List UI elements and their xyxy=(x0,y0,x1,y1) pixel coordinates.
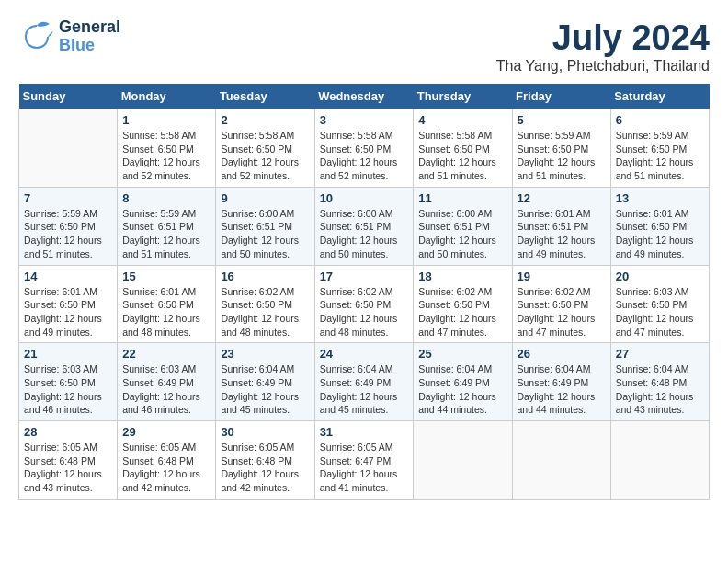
table-row: 30Sunrise: 6:05 AM Sunset: 6:48 PM Dayli… xyxy=(216,421,314,500)
day-info: Sunrise: 5:59 AM Sunset: 6:51 PM Dayligh… xyxy=(122,207,210,261)
col-thursday: Thursday xyxy=(414,84,512,109)
table-row: 24Sunrise: 6:04 AM Sunset: 6:49 PM Dayli… xyxy=(314,343,414,421)
day-number: 28 xyxy=(24,425,112,439)
table-row: 14Sunrise: 6:01 AM Sunset: 6:50 PM Dayli… xyxy=(19,265,118,343)
day-info: Sunrise: 6:05 AM Sunset: 6:48 PM Dayligh… xyxy=(122,441,210,495)
day-info: Sunrise: 6:00 AM Sunset: 6:51 PM Dayligh… xyxy=(418,207,506,261)
col-sunday: Sunday xyxy=(19,84,118,109)
day-info: Sunrise: 6:01 AM Sunset: 6:50 PM Dayligh… xyxy=(616,207,704,261)
table-row: 5Sunrise: 5:59 AM Sunset: 6:50 PM Daylig… xyxy=(512,109,610,188)
day-number: 25 xyxy=(418,347,506,361)
table-row: 23Sunrise: 6:04 AM Sunset: 6:49 PM Dayli… xyxy=(216,343,314,421)
day-number: 24 xyxy=(320,347,409,361)
table-row xyxy=(512,421,610,500)
day-info: Sunrise: 6:01 AM Sunset: 6:50 PM Dayligh… xyxy=(122,285,210,339)
day-number: 27 xyxy=(616,347,704,361)
day-info: Sunrise: 6:04 AM Sunset: 6:48 PM Dayligh… xyxy=(616,362,704,417)
table-row: 10Sunrise: 6:00 AM Sunset: 6:51 PM Dayli… xyxy=(314,187,414,265)
table-row xyxy=(610,421,709,500)
day-number: 14 xyxy=(24,270,112,283)
table-row: 13Sunrise: 6:01 AM Sunset: 6:50 PM Dayli… xyxy=(610,187,709,265)
logo-blue: Blue xyxy=(59,37,120,55)
table-row: 31Sunrise: 6:05 AM Sunset: 6:47 PM Dayli… xyxy=(314,421,414,500)
day-info: Sunrise: 6:04 AM Sunset: 6:49 PM Dayligh… xyxy=(418,362,506,417)
calendar-table: Sunday Monday Tuesday Wednesday Thursday… xyxy=(18,84,710,500)
col-saturday: Saturday xyxy=(610,84,709,109)
table-row: 3Sunrise: 5:58 AM Sunset: 6:50 PM Daylig… xyxy=(314,109,414,188)
day-info: Sunrise: 5:58 AM Sunset: 6:50 PM Dayligh… xyxy=(221,129,309,183)
col-wednesday: Wednesday xyxy=(314,84,414,109)
table-row xyxy=(19,109,118,188)
day-number: 21 xyxy=(24,347,112,361)
day-info: Sunrise: 6:03 AM Sunset: 6:50 PM Dayligh… xyxy=(616,285,704,339)
table-row xyxy=(414,421,512,500)
table-row: 28Sunrise: 6:05 AM Sunset: 6:48 PM Dayli… xyxy=(19,421,118,500)
day-info: Sunrise: 6:04 AM Sunset: 6:49 PM Dayligh… xyxy=(518,362,606,417)
location-subtitle: Tha Yang, Phetchaburi, Thailand xyxy=(496,58,710,75)
day-number: 8 xyxy=(122,191,210,205)
table-row: 17Sunrise: 6:02 AM Sunset: 6:50 PM Dayli… xyxy=(314,265,414,343)
day-info: Sunrise: 6:00 AM Sunset: 6:51 PM Dayligh… xyxy=(320,207,409,261)
day-info: Sunrise: 6:03 AM Sunset: 6:49 PM Dayligh… xyxy=(122,362,210,417)
day-number: 10 xyxy=(320,191,409,205)
week-row-5: 28Sunrise: 6:05 AM Sunset: 6:48 PM Dayli… xyxy=(19,421,710,500)
day-number: 12 xyxy=(518,191,606,205)
day-number: 11 xyxy=(418,191,506,205)
day-number: 17 xyxy=(320,270,409,283)
day-info: Sunrise: 5:59 AM Sunset: 6:50 PM Dayligh… xyxy=(616,129,704,183)
table-row: 18Sunrise: 6:02 AM Sunset: 6:50 PM Dayli… xyxy=(414,265,512,343)
col-monday: Monday xyxy=(118,84,216,109)
col-tuesday: Tuesday xyxy=(216,84,314,109)
day-number: 4 xyxy=(418,113,506,127)
day-info: Sunrise: 5:58 AM Sunset: 6:50 PM Dayligh… xyxy=(418,129,506,183)
table-row: 29Sunrise: 6:05 AM Sunset: 6:48 PM Dayli… xyxy=(118,421,216,500)
week-row-3: 14Sunrise: 6:01 AM Sunset: 6:50 PM Dayli… xyxy=(19,265,710,343)
day-info: Sunrise: 6:04 AM Sunset: 6:49 PM Dayligh… xyxy=(221,362,309,417)
day-number: 9 xyxy=(221,191,309,205)
table-row: 9Sunrise: 6:00 AM Sunset: 6:51 PM Daylig… xyxy=(216,187,314,265)
table-row: 8Sunrise: 5:59 AM Sunset: 6:51 PM Daylig… xyxy=(118,187,216,265)
day-info: Sunrise: 6:01 AM Sunset: 6:50 PM Dayligh… xyxy=(24,285,112,339)
col-friday: Friday xyxy=(512,84,610,109)
day-info: Sunrise: 6:04 AM Sunset: 6:49 PM Dayligh… xyxy=(320,362,409,417)
table-row: 26Sunrise: 6:04 AM Sunset: 6:49 PM Dayli… xyxy=(512,343,610,421)
week-row-4: 21Sunrise: 6:03 AM Sunset: 6:50 PM Dayli… xyxy=(19,343,710,421)
table-row: 16Sunrise: 6:02 AM Sunset: 6:50 PM Dayli… xyxy=(216,265,314,343)
logo: General Blue xyxy=(18,18,120,55)
table-row: 7Sunrise: 5:59 AM Sunset: 6:50 PM Daylig… xyxy=(19,187,118,265)
table-row: 6Sunrise: 5:59 AM Sunset: 6:50 PM Daylig… xyxy=(610,109,709,188)
day-number: 13 xyxy=(616,191,704,205)
title-section: July 2024 Tha Yang, Phetchaburi, Thailan… xyxy=(496,18,710,75)
page-header: General Blue July 2024 Tha Yang, Phetcha… xyxy=(18,18,710,75)
week-row-2: 7Sunrise: 5:59 AM Sunset: 6:50 PM Daylig… xyxy=(19,187,710,265)
table-row: 11Sunrise: 6:00 AM Sunset: 6:51 PM Dayli… xyxy=(414,187,512,265)
day-number: 1 xyxy=(122,113,210,127)
table-row: 19Sunrise: 6:02 AM Sunset: 6:50 PM Dayli… xyxy=(512,265,610,343)
day-number: 18 xyxy=(418,270,506,283)
logo-general: General xyxy=(59,18,120,37)
table-row: 4Sunrise: 5:58 AM Sunset: 6:50 PM Daylig… xyxy=(414,109,512,188)
day-info: Sunrise: 6:03 AM Sunset: 6:50 PM Dayligh… xyxy=(24,362,112,417)
day-number: 22 xyxy=(122,347,210,361)
day-info: Sunrise: 6:02 AM Sunset: 6:50 PM Dayligh… xyxy=(320,285,409,339)
month-year-title: July 2024 xyxy=(496,18,710,58)
day-info: Sunrise: 6:05 AM Sunset: 6:48 PM Dayligh… xyxy=(221,441,309,495)
day-number: 29 xyxy=(122,425,210,439)
day-info: Sunrise: 6:05 AM Sunset: 6:47 PM Dayligh… xyxy=(320,441,409,495)
logo-icon xyxy=(18,18,55,55)
week-row-1: 1Sunrise: 5:58 AM Sunset: 6:50 PM Daylig… xyxy=(19,109,710,188)
day-info: Sunrise: 5:59 AM Sunset: 6:50 PM Dayligh… xyxy=(518,129,606,183)
day-number: 5 xyxy=(518,113,606,127)
day-number: 15 xyxy=(122,270,210,283)
day-number: 19 xyxy=(518,270,606,283)
day-info: Sunrise: 5:58 AM Sunset: 6:50 PM Dayligh… xyxy=(122,129,210,183)
day-number: 23 xyxy=(221,347,309,361)
day-info: Sunrise: 6:01 AM Sunset: 6:51 PM Dayligh… xyxy=(518,207,606,261)
day-info: Sunrise: 6:02 AM Sunset: 6:50 PM Dayligh… xyxy=(418,285,506,339)
table-row: 20Sunrise: 6:03 AM Sunset: 6:50 PM Dayli… xyxy=(610,265,709,343)
day-number: 2 xyxy=(221,113,309,127)
day-info: Sunrise: 6:00 AM Sunset: 6:51 PM Dayligh… xyxy=(221,207,309,261)
day-info: Sunrise: 6:02 AM Sunset: 6:50 PM Dayligh… xyxy=(221,285,309,339)
header-row: Sunday Monday Tuesday Wednesday Thursday… xyxy=(19,84,710,109)
day-number: 6 xyxy=(616,113,704,127)
